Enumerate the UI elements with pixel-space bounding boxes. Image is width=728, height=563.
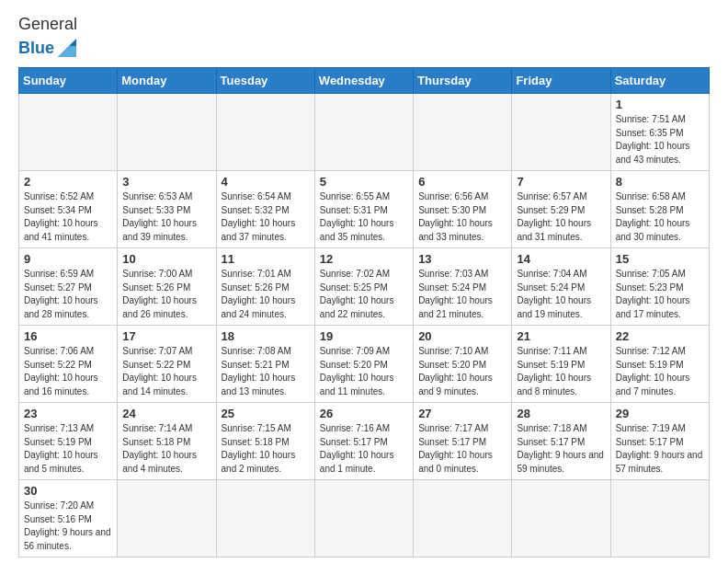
day-number: 10	[122, 252, 210, 266]
calendar-day-header: Monday	[118, 68, 216, 94]
blue-triangle-icon	[58, 39, 76, 57]
day-info: Sunrise: 7:19 AM Sunset: 5:17 PM Dayligh…	[616, 422, 704, 476]
day-number: 23	[24, 407, 112, 420]
calendar-cell	[512, 94, 610, 171]
day-number: 2	[24, 175, 112, 189]
calendar-cell: 20Sunrise: 7:10 AM Sunset: 5:20 PM Dayli…	[414, 326, 512, 403]
calendar-week-row: 2Sunrise: 6:52 AM Sunset: 5:34 PM Daylig…	[19, 171, 710, 248]
day-number: 15	[616, 252, 704, 266]
calendar-cell: 6Sunrise: 6:56 AM Sunset: 5:30 PM Daylig…	[414, 171, 512, 248]
day-number: 14	[517, 252, 605, 266]
day-number: 24	[122, 407, 210, 420]
calendar-cell: 12Sunrise: 7:02 AM Sunset: 5:25 PM Dayli…	[314, 248, 413, 326]
calendar-cell	[512, 480, 610, 557]
day-number: 20	[418, 329, 506, 343]
day-info: Sunrise: 6:54 AM Sunset: 5:32 PM Dayligh…	[222, 190, 310, 244]
calendar-cell	[610, 480, 709, 557]
day-info: Sunrise: 7:14 AM Sunset: 5:18 PM Dayligh…	[122, 422, 210, 476]
day-info: Sunrise: 6:59 AM Sunset: 5:27 PM Dayligh…	[24, 268, 112, 321]
calendar-cell	[414, 94, 512, 171]
day-number: 1	[616, 98, 704, 111]
calendar-week-row: 30Sunrise: 7:20 AM Sunset: 5:16 PM Dayli…	[19, 480, 710, 557]
calendar-cell: 8Sunrise: 6:58 AM Sunset: 5:28 PM Daylig…	[610, 171, 709, 248]
day-info: Sunrise: 7:12 AM Sunset: 5:19 PM Dayligh…	[616, 345, 704, 398]
calendar-cell: 28Sunrise: 7:18 AM Sunset: 5:17 PM Dayli…	[512, 403, 610, 480]
calendar-cell: 19Sunrise: 7:09 AM Sunset: 5:20 PM Dayli…	[314, 326, 413, 403]
calendar-cell: 18Sunrise: 7:08 AM Sunset: 5:21 PM Dayli…	[216, 326, 314, 403]
day-number: 18	[222, 329, 310, 343]
calendar-cell: 3Sunrise: 6:53 AM Sunset: 5:33 PM Daylig…	[118, 171, 216, 248]
calendar-cell	[216, 94, 314, 171]
day-number: 22	[616, 329, 704, 343]
calendar-day-header: Friday	[512, 68, 610, 94]
calendar-cell	[118, 480, 216, 557]
calendar-cell	[118, 94, 216, 171]
calendar-cell	[414, 480, 512, 557]
day-number: 3	[122, 175, 210, 189]
calendar-cell: 4Sunrise: 6:54 AM Sunset: 5:32 PM Daylig…	[216, 171, 314, 248]
calendar-week-row: 9Sunrise: 6:59 AM Sunset: 5:27 PM Daylig…	[19, 248, 710, 326]
calendar-cell: 23Sunrise: 7:13 AM Sunset: 5:19 PM Dayli…	[19, 403, 118, 480]
day-info: Sunrise: 7:03 AM Sunset: 5:24 PM Dayligh…	[418, 268, 506, 321]
day-info: Sunrise: 7:51 AM Sunset: 6:35 PM Dayligh…	[616, 113, 704, 167]
calendar: SundayMondayTuesdayWednesdayThursdayFrid…	[18, 67, 710, 557]
header: GeneralBlue	[18, 15, 710, 58]
calendar-cell: 30Sunrise: 7:20 AM Sunset: 5:16 PM Dayli…	[19, 480, 118, 557]
day-info: Sunrise: 7:13 AM Sunset: 5:19 PM Dayligh…	[24, 422, 112, 476]
day-info: Sunrise: 7:08 AM Sunset: 5:21 PM Dayligh…	[222, 345, 310, 398]
calendar-day-header: Tuesday	[216, 68, 314, 94]
calendar-cell: 24Sunrise: 7:14 AM Sunset: 5:18 PM Dayli…	[118, 403, 216, 480]
day-info: Sunrise: 6:53 AM Sunset: 5:33 PM Dayligh…	[122, 190, 210, 244]
day-number: 26	[320, 407, 408, 420]
calendar-cell: 7Sunrise: 6:57 AM Sunset: 5:29 PM Daylig…	[512, 171, 610, 248]
calendar-cell: 17Sunrise: 7:07 AM Sunset: 5:22 PM Dayli…	[118, 326, 216, 403]
day-info: Sunrise: 7:15 AM Sunset: 5:18 PM Dayligh…	[222, 422, 310, 476]
calendar-cell: 11Sunrise: 7:01 AM Sunset: 5:26 PM Dayli…	[216, 248, 314, 326]
calendar-week-row: 23Sunrise: 7:13 AM Sunset: 5:19 PM Dayli…	[19, 403, 710, 480]
day-number: 7	[517, 175, 605, 189]
day-info: Sunrise: 7:09 AM Sunset: 5:20 PM Dayligh…	[320, 345, 408, 398]
calendar-cell: 22Sunrise: 7:12 AM Sunset: 5:19 PM Dayli…	[610, 326, 709, 403]
day-number: 6	[418, 175, 506, 189]
day-number: 9	[24, 252, 112, 266]
day-number: 28	[517, 407, 605, 420]
calendar-day-header: Saturday	[610, 68, 709, 94]
day-info: Sunrise: 7:06 AM Sunset: 5:22 PM Dayligh…	[24, 345, 112, 398]
day-number: 16	[24, 329, 112, 343]
day-info: Sunrise: 7:02 AM Sunset: 5:25 PM Dayligh…	[320, 268, 408, 321]
day-info: Sunrise: 6:55 AM Sunset: 5:31 PM Dayligh…	[320, 190, 408, 244]
day-number: 12	[320, 252, 408, 266]
day-info: Sunrise: 7:16 AM Sunset: 5:17 PM Dayligh…	[320, 422, 408, 476]
day-info: Sunrise: 7:07 AM Sunset: 5:22 PM Dayligh…	[122, 345, 210, 398]
calendar-cell: 21Sunrise: 7:11 AM Sunset: 5:19 PM Dayli…	[512, 326, 610, 403]
calendar-cell	[19, 94, 118, 171]
day-number: 30	[24, 484, 112, 498]
day-info: Sunrise: 7:05 AM Sunset: 5:23 PM Dayligh…	[616, 268, 704, 321]
day-info: Sunrise: 7:10 AM Sunset: 5:20 PM Dayligh…	[418, 345, 506, 398]
calendar-week-row: 16Sunrise: 7:06 AM Sunset: 5:22 PM Dayli…	[19, 326, 710, 403]
day-number: 8	[616, 175, 704, 189]
day-info: Sunrise: 7:01 AM Sunset: 5:26 PM Dayligh…	[222, 268, 310, 321]
day-number: 13	[418, 252, 506, 266]
calendar-cell	[216, 480, 314, 557]
calendar-cell: 26Sunrise: 7:16 AM Sunset: 5:17 PM Dayli…	[314, 403, 413, 480]
page: GeneralBlue SundayMondayTuesdayWednesday…	[0, 0, 728, 563]
calendar-cell: 13Sunrise: 7:03 AM Sunset: 5:24 PM Dayli…	[414, 248, 512, 326]
day-number: 29	[616, 407, 704, 420]
logo-general: General	[18, 15, 77, 35]
calendar-week-row: 1Sunrise: 7:51 AM Sunset: 6:35 PM Daylig…	[19, 94, 710, 171]
day-number: 25	[222, 407, 310, 420]
svg-marker-1	[58, 46, 76, 57]
calendar-day-header: Thursday	[414, 68, 512, 94]
day-info: Sunrise: 7:18 AM Sunset: 5:17 PM Dayligh…	[517, 422, 605, 476]
logo: GeneralBlue	[18, 15, 77, 58]
day-info: Sunrise: 6:57 AM Sunset: 5:29 PM Dayligh…	[517, 190, 605, 244]
calendar-cell: 5Sunrise: 6:55 AM Sunset: 5:31 PM Daylig…	[314, 171, 413, 248]
calendar-cell: 16Sunrise: 7:06 AM Sunset: 5:22 PM Dayli…	[19, 326, 118, 403]
day-info: Sunrise: 7:20 AM Sunset: 5:16 PM Dayligh…	[24, 500, 112, 553]
calendar-cell	[314, 94, 413, 171]
day-info: Sunrise: 7:17 AM Sunset: 5:17 PM Dayligh…	[418, 422, 506, 476]
day-info: Sunrise: 7:04 AM Sunset: 5:24 PM Dayligh…	[517, 268, 605, 321]
calendar-cell: 14Sunrise: 7:04 AM Sunset: 5:24 PM Dayli…	[512, 248, 610, 326]
day-number: 27	[418, 407, 506, 420]
